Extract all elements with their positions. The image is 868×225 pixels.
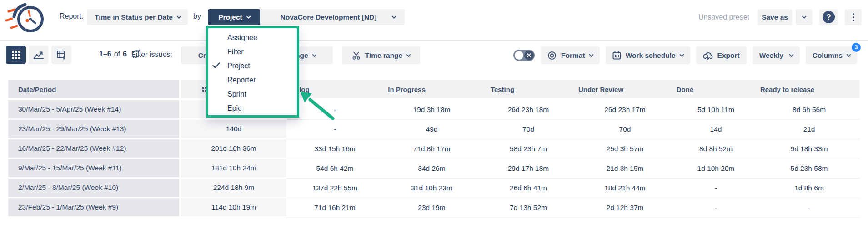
- annotation-highlight-box: Assignee Filter Project Reporter Sprint …: [206, 26, 299, 118]
- results-range: 1–6: [99, 50, 111, 58]
- chevron-down-icon: [392, 14, 396, 19]
- work-schedule-label: Work schedule: [626, 51, 676, 60]
- table-row: 23/Mar/25 - 29/Mar/25 (Week #13) 140d - …: [8, 120, 860, 139]
- columns-button[interactable]: Columns 3: [806, 46, 857, 64]
- value-cell: 58d 23h 7m: [480, 139, 577, 159]
- check-icon: [212, 62, 220, 69]
- by-label: by: [193, 12, 201, 20]
- menu-item-filter[interactable]: Filter: [208, 45, 297, 59]
- time-range-filter-button[interactable]: Time range: [342, 46, 420, 64]
- header-ready-to-release[interactable]: Ready to release: [758, 80, 860, 98]
- value-cell: 31d 10h 23m: [383, 179, 480, 198]
- save-as-more-button[interactable]: [796, 9, 813, 25]
- columns-count-badge: 3: [852, 43, 861, 52]
- toggle-x-icon: [524, 51, 534, 60]
- value-cell: 54d 6h 42m: [286, 159, 383, 179]
- table-row: 16/Mar/25 - 22/Mar/25 (Week #12) 201d 16…: [8, 139, 860, 159]
- table-row: 30/Mar/25 - 5/Apr/25 (Week #14) - 19d 3h…: [8, 100, 860, 120]
- help-button[interactable]: ?: [819, 9, 838, 25]
- project-select[interactable]: NovaCore Development [ND]: [260, 9, 405, 25]
- format-button[interactable]: Format: [541, 46, 600, 64]
- save-as-button[interactable]: Save as: [758, 9, 792, 25]
- chevron-down-icon: [802, 14, 807, 19]
- header-done[interactable]: Done: [673, 80, 758, 98]
- project-select-value: NovaCore Development [ND]: [269, 13, 388, 21]
- chevron-down-icon: [679, 52, 684, 57]
- chart-icon: [34, 51, 44, 59]
- kebab-icon: [853, 13, 854, 21]
- report-type-select[interactable]: Time in Status per Date: [87, 9, 188, 25]
- period-cell: 23/Mar/25 - 29/Mar/25 (Week #13): [8, 120, 181, 139]
- chart-mode-toggle[interactable]: [513, 50, 535, 61]
- value-cell: 70d: [480, 120, 577, 139]
- work-schedule-button[interactable]: Work schedule: [606, 46, 690, 64]
- table-row: 9/Mar/25 - 15/Mar/25 (Week #11) 181d 10h…: [8, 159, 860, 179]
- value-cell: 29d 17h 18m: [480, 159, 577, 179]
- export-label: Export: [717, 51, 740, 60]
- value-cell: 33d 15h 16m: [286, 139, 383, 159]
- preset-status: Unsaved preset: [698, 13, 749, 21]
- grouping-period-value: Weekly: [759, 51, 783, 60]
- view-table-button[interactable]: [6, 46, 26, 64]
- columns-label: Columns: [813, 51, 843, 60]
- app-logo: [5, 1, 46, 35]
- group-by-menu: Assignee Filter Project Reporter Sprint …: [208, 28, 297, 115]
- value-cell: 224d 18h 9m: [181, 179, 286, 198]
- value-cell: 5d 10h 11m: [673, 100, 758, 120]
- menu-item-sprint[interactable]: Sprint: [208, 87, 297, 101]
- report-type-value: Time in Status per Date: [95, 13, 173, 21]
- value-cell: 26d 23h 18m: [480, 100, 577, 120]
- value-cell: 8d 6h 56m: [758, 100, 860, 120]
- cloud-export-icon: [703, 51, 713, 60]
- value-cell: 25d 3h 57m: [577, 139, 673, 159]
- value-cell: 26d 23h 17m: [577, 100, 673, 120]
- value-cell: 140d: [181, 120, 286, 139]
- header-date-period[interactable]: Date/Period: [8, 80, 181, 98]
- more-menu-button[interactable]: [845, 9, 862, 25]
- group-by-select[interactable]: Project: [208, 9, 261, 25]
- group-by-value: Project: [218, 13, 242, 21]
- table-row: 23/Feb/25 - 1/Mar/25 (Week #9) 114d 10h …: [8, 198, 860, 218]
- menu-item-reporter[interactable]: Reporter: [208, 73, 297, 87]
- chevron-down-icon: [847, 52, 851, 57]
- chevron-down-icon: [789, 52, 793, 57]
- value-cell: -: [286, 120, 383, 139]
- value-cell: 5d 23h 58m: [758, 159, 860, 179]
- grouping-period-select[interactable]: Weekly: [753, 46, 800, 64]
- top-bar: Report: Time in Status per Date by Proje…: [0, 0, 868, 41]
- value-cell: 1d 8h 6m: [758, 179, 860, 198]
- value-cell: 21d: [758, 120, 860, 139]
- value-cell: 21d 3h 15m: [577, 159, 673, 179]
- results-total: 6: [123, 50, 127, 58]
- question-icon: ?: [823, 11, 835, 23]
- value-cell: 8d 8h 52m: [673, 139, 758, 159]
- annotation-arrow: [295, 89, 337, 122]
- header-testing[interactable]: Testing: [480, 80, 577, 98]
- value-cell: 18d 21h 44m: [577, 179, 673, 198]
- value-cell: 49d: [383, 120, 480, 139]
- filter-issues-label: Filter issues:: [131, 51, 172, 59]
- value-cell: 201d 16h 36m: [181, 139, 286, 159]
- menu-item-assignee[interactable]: Assignee: [208, 31, 297, 45]
- view-chart-button[interactable]: [29, 46, 49, 64]
- period-cell: 30/Mar/25 - 5/Apr/25 (Week #14): [8, 100, 181, 120]
- header-in-progress[interactable]: In Progress: [383, 80, 480, 98]
- report-label: Report:: [60, 12, 83, 20]
- value-cell: 137d 22h 55m: [286, 179, 383, 198]
- view-switcher: [6, 46, 71, 64]
- header-under-review[interactable]: Under Review: [577, 80, 673, 98]
- value-cell: 9d 18h 33m: [758, 139, 860, 159]
- value-cell: 23d 19m: [383, 198, 480, 218]
- results-of-label: of: [114, 50, 120, 58]
- calendar-icon: [612, 51, 621, 60]
- view-pivot-button[interactable]: [51, 46, 71, 64]
- table-header-row: Date/Period Lead time Backlog In Progres…: [8, 80, 860, 98]
- value-cell: 71d 16h 21m: [286, 198, 383, 218]
- value-cell: 34d 26m: [383, 159, 480, 179]
- menu-item-project[interactable]: Project: [208, 59, 297, 73]
- export-button[interactable]: Export: [696, 46, 747, 64]
- menu-item-epic[interactable]: Epic: [208, 101, 297, 115]
- report-toolbar: 1–6 of 6 Filter issues: Created Date ran…: [0, 46, 868, 66]
- table-row: 2/Mar/25 - 8/Mar/25 (Week #10) 224d 18h …: [8, 179, 860, 198]
- value-cell: 2d 12h 37m: [577, 198, 673, 218]
